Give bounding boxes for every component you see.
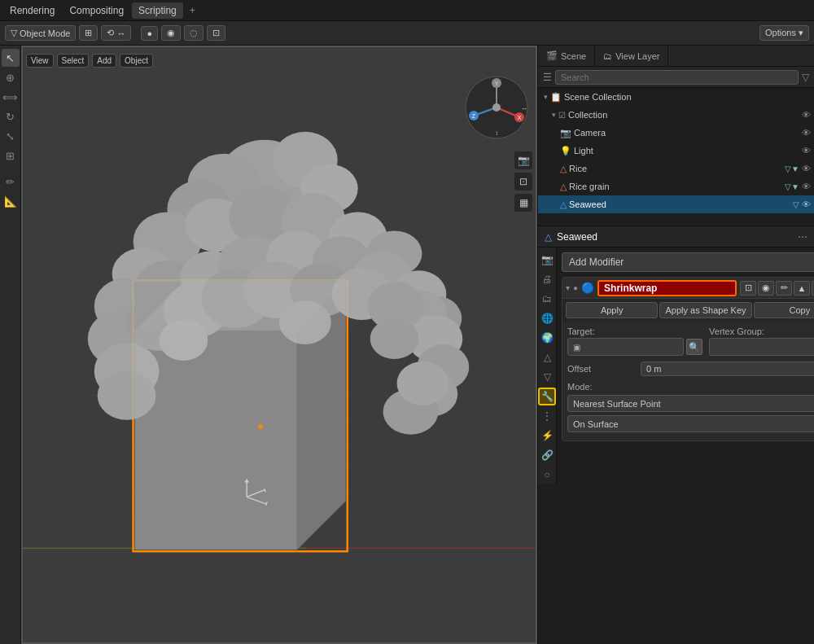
camera-view-icon[interactable]: 📷: [514, 151, 532, 169]
svg-text:↔: ↔: [521, 105, 527, 112]
vertex-group-value[interactable]: [709, 338, 814, 356]
modifier-controls: ⊡ ◉ ✏ ▲ ▼ ✕: [740, 281, 814, 296]
second-toolbar: ▽ Object Mode ⊞ ⟲ ↔ ● ◉ ◌ ⊡ Options ▾: [0, 21, 814, 46]
props-icon-material[interactable]: ○: [538, 466, 556, 484]
props-icon-object[interactable]: △: [538, 348, 556, 366]
object-mode-btn[interactable]: ▽ Object Mode: [5, 25, 76, 41]
props-icon-object-data[interactable]: ▽: [538, 368, 556, 386]
xray-btn[interactable]: ⊡: [207, 25, 225, 41]
overlays-btn[interactable]: ◌: [184, 25, 204, 41]
shrinkwrap-modifier-card: ▾ ● 🔵 ⊡ ◉ ✏ ▲ ▼ ✕: [562, 277, 814, 441]
target-object-icon: ▣: [573, 343, 580, 352]
properties-content: Add Modifier ▾ ▾ ● 🔵 ⊡: [557, 248, 814, 484]
viewport[interactable]: View Select Add Object: [21, 46, 537, 644]
annotate-tool-icon[interactable]: ✏: [2, 173, 20, 191]
tree-item-seaweed[interactable]: △ Seaweed ▽ 👁: [538, 195, 814, 213]
view-menu[interactable]: View: [26, 54, 54, 68]
viewport-shading-solid[interactable]: ●: [141, 26, 158, 41]
camera-eye-icon[interactable]: 👁: [802, 128, 811, 138]
props-icon-particles[interactable]: ⋮: [538, 407, 556, 425]
modifier-edit-btn[interactable]: ✏: [776, 281, 792, 296]
transform-tool-icon[interactable]: ⊞: [2, 147, 20, 164]
props-icon-constraints[interactable]: 🔗: [538, 446, 556, 464]
props-icon-physics[interactable]: ⚡: [538, 427, 556, 445]
props-icon-output[interactable]: 🖨: [538, 270, 556, 288]
viewport-shading-render[interactable]: ◉: [161, 25, 181, 41]
add-modifier-row: Add Modifier ▾: [562, 252, 814, 272]
target-vertex-group-row: Target: ▣ 🔍 Vertex Group:: [567, 326, 814, 356]
rice-eye-icon[interactable]: 👁: [802, 164, 811, 173]
props-icon-world[interactable]: 🌍: [538, 329, 556, 347]
target-col: Target: ▣ 🔍: [567, 326, 702, 356]
transform-btn[interactable]: ⟲ ↔: [101, 25, 131, 41]
apply-button[interactable]: Apply: [566, 302, 658, 318]
tree-item-collection[interactable]: ▾ ☑ Collection 👁: [538, 106, 814, 124]
select-menu[interactable]: Select: [57, 54, 90, 68]
right-panel: 🎬 Scene 🗂 View Layer ☰ ▽ ▾ 📋 Scene Colle…: [537, 46, 814, 644]
menu-rendering[interactable]: Rendering: [3, 2, 61, 19]
modifier-visibility-dot[interactable]: ●: [573, 283, 578, 292]
props-icon-scene[interactable]: 🌐: [538, 309, 556, 327]
tree-item-rice[interactable]: △ Rice ▽▼ 👁: [538, 160, 814, 177]
outliner-filter-options-icon: ▽: [802, 72, 809, 83]
target-value[interactable]: ▣: [567, 338, 684, 356]
rotate-tool-icon[interactable]: ↻: [2, 107, 20, 125]
scene-layer-tabs: 🎬 Scene 🗂 View Layer: [538, 46, 814, 67]
object-menu[interactable]: Object: [120, 54, 153, 68]
svg-point-85: [492, 103, 501, 112]
offset-row: Offset 0 m: [567, 359, 814, 379]
offset-input[interactable]: 0 m: [641, 361, 814, 376]
outliner-search-input[interactable]: [555, 70, 799, 85]
outliner: ▾ 📋 Scene Collection ▾ ☑ Collection 👁 📷 …: [538, 88, 814, 226]
modifier-move-up-btn[interactable]: ▲: [794, 281, 810, 296]
snap-mode-select[interactable]: On Surface ▾: [567, 415, 814, 432]
tree-item-scene-collection[interactable]: ▾ 📋 Scene Collection: [538, 88, 814, 106]
rice-grain-modifier-icons: ▽▼: [785, 182, 799, 191]
add-modifier-button[interactable]: Add Modifier: [562, 252, 814, 272]
target-eyedropper-btn[interactable]: 🔍: [686, 339, 702, 355]
menu-scripting[interactable]: Scripting: [132, 2, 183, 19]
navigation-gizmo[interactable]: Y X Z ↕ ↔: [464, 75, 529, 140]
select-tool-icon[interactable]: ↖: [2, 49, 20, 67]
mode-select[interactable]: Nearest Surface Point ▾: [567, 395, 814, 412]
modifier-expand-toggle[interactable]: ▾: [566, 283, 570, 292]
rice-grain-eye-icon[interactable]: 👁: [802, 182, 811, 191]
props-icon-view-layer[interactable]: 🗂: [538, 290, 556, 308]
seaweed-modifier-icon: ▽: [793, 200, 799, 209]
viewport-display-btn[interactable]: ⊞: [79, 25, 98, 41]
copy-button[interactable]: Copy: [754, 302, 814, 318]
modifier-name-input[interactable]: [597, 280, 737, 296]
properties-expand-icon[interactable]: ⋯: [798, 231, 807, 243]
svg-point-64: [397, 361, 449, 405]
collection-eye-icon[interactable]: 👁: [802, 110, 811, 120]
top-menubar: Rendering Compositing Scripting +: [0, 0, 814, 21]
modifier-render-btn[interactable]: ◉: [758, 281, 774, 296]
mode-label: Mode:: [567, 382, 814, 392]
collection-checkbox-icon: ☑: [558, 111, 566, 120]
tree-item-camera[interactable]: 📷 Camera 👁: [538, 124, 814, 142]
move-tool-icon[interactable]: ⟺: [2, 88, 20, 106]
options-btn[interactable]: Options ▾: [759, 25, 809, 41]
apply-as-shape-key-button[interactable]: Apply as Shape Key: [659, 302, 751, 318]
outliner-header: ☰ ▽: [538, 67, 814, 88]
view-layer-icon: 🗂: [603, 51, 612, 61]
props-icon-render[interactable]: 📷: [538, 251, 556, 269]
tree-arrow-collection-icon: ▾: [552, 111, 556, 119]
tree-item-rice-grain[interactable]: △ Rice grain ▽▼ 👁: [538, 177, 814, 195]
modifier-realtime-btn[interactable]: ⊡: [740, 281, 756, 296]
scale-tool-icon[interactable]: ⤡: [2, 127, 20, 145]
seaweed-eye-icon[interactable]: 👁: [802, 199, 811, 209]
scene-tab[interactable]: 🎬 Scene: [538, 46, 595, 66]
view-layer-tab[interactable]: 🗂 View Layer: [595, 46, 668, 66]
add-workspace-button[interactable]: +: [185, 2, 200, 19]
cursor-tool-icon[interactable]: ⊕: [2, 68, 20, 86]
svg-text:↕: ↕: [495, 129, 498, 137]
menu-compositing[interactable]: Compositing: [63, 2, 130, 19]
perspective-icon[interactable]: ⊡: [514, 173, 532, 191]
light-eye-icon[interactable]: 👁: [802, 146, 811, 156]
props-icon-modifier[interactable]: 🔧: [538, 388, 556, 405]
add-menu[interactable]: Add: [92, 54, 116, 68]
tree-item-light[interactable]: 💡 Light 👁: [538, 142, 814, 160]
collection-icon[interactable]: ▦: [514, 194, 532, 212]
measure-tool-icon[interactable]: 📐: [2, 192, 20, 210]
